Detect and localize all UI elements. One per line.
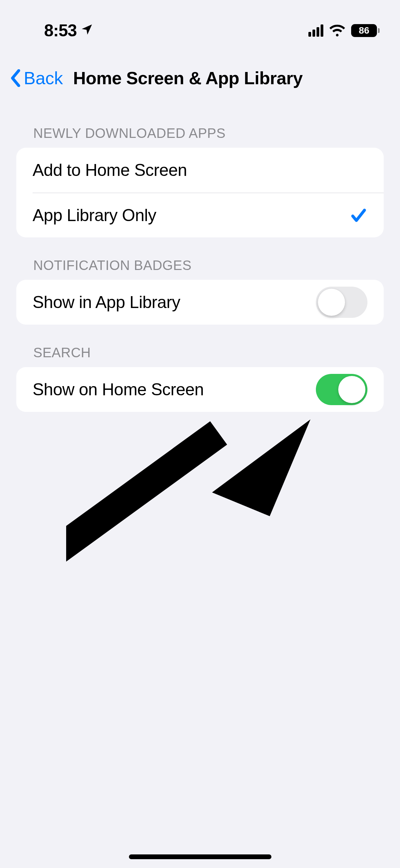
option-app-library-only[interactable]: App Library Only (33, 193, 384, 237)
status-time: 8:53 (44, 21, 77, 40)
option-add-to-home-screen[interactable]: Add to Home Screen (16, 148, 384, 193)
option-label: Add to Home Screen (33, 160, 187, 180)
section-notification-badges: NOTIFICATION BADGES Show in App Library (0, 258, 400, 325)
battery-level: 86 (359, 25, 369, 36)
back-button[interactable]: Back (10, 68, 63, 88)
status-right: 86 (308, 24, 380, 37)
chevron-left-icon (10, 69, 21, 87)
home-indicator[interactable] (129, 854, 271, 859)
svg-rect-1 (66, 421, 227, 564)
toggle-show-in-app-library[interactable] (316, 287, 367, 318)
group-newly-downloaded: Add to Home Screen App Library Only (16, 148, 384, 237)
group-search: Show on Home Screen (16, 367, 384, 412)
toggle-show-on-home-screen[interactable] (316, 374, 367, 405)
row-show-on-home-screen: Show on Home Screen (16, 367, 384, 412)
back-label: Back (24, 68, 63, 88)
svg-marker-0 (212, 419, 310, 516)
section-header-newly-downloaded: NEWLY DOWNLOADED APPS (0, 126, 400, 148)
option-label: App Library Only (33, 205, 156, 225)
checkmark-icon (350, 206, 367, 224)
location-icon (80, 21, 94, 40)
group-notification-badges: Show in App Library (16, 280, 384, 325)
section-header-search: SEARCH (0, 345, 400, 367)
row-show-in-app-library: Show in App Library (16, 280, 384, 325)
battery-icon: 86 (351, 24, 380, 37)
page-title: Home Screen & App Library (73, 68, 303, 88)
section-search: SEARCH Show on Home Screen (0, 345, 400, 412)
status-left: 8:53 (44, 21, 94, 40)
row-label: Show on Home Screen (33, 380, 204, 399)
section-newly-downloaded: NEWLY DOWNLOADED APPS Add to Home Screen… (0, 126, 400, 237)
cellular-icon (308, 24, 323, 37)
status-bar: 8:53 86 (0, 0, 400, 48)
nav-bar: Back Home Screen & App Library (0, 48, 400, 102)
wifi-icon (329, 24, 345, 37)
row-label: Show in App Library (33, 292, 180, 312)
section-header-notification-badges: NOTIFICATION BADGES (0, 258, 400, 280)
annotation-arrow (66, 414, 317, 584)
